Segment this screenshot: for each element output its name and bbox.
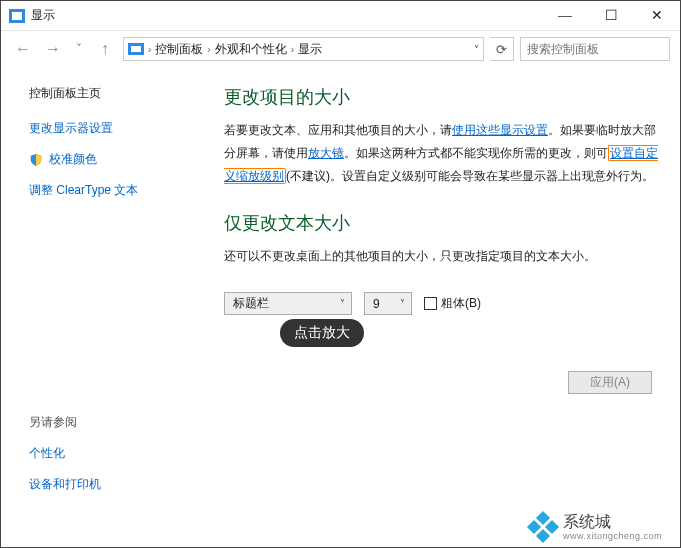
- up-button[interactable]: ↑: [93, 37, 117, 61]
- minimize-button[interactable]: —: [542, 1, 588, 31]
- window-title: 显示: [31, 7, 55, 24]
- display-app-icon: [9, 9, 25, 23]
- maximize-button[interactable]: ☐: [588, 1, 634, 31]
- item-select-value: 标题栏: [233, 295, 269, 312]
- sidebar-link-display-settings[interactable]: 更改显示器设置: [29, 120, 196, 137]
- chevron-right-icon: ›: [148, 44, 151, 55]
- tooltip-click-enlarge: 点击放大: [280, 319, 364, 347]
- content-area: 控制面板主页 更改显示器设置 校准颜色 调整 ClearType 文本 另请参阅…: [1, 67, 680, 517]
- sidebar-home[interactable]: 控制面板主页: [29, 85, 196, 102]
- text-size-controls: 标题栏 ˅ 9 ˅ 粗体(B): [224, 292, 658, 315]
- title-bar: 显示 — ☐ ✕: [1, 1, 680, 31]
- checkbox-box: [424, 297, 437, 310]
- paragraph-text-only: 还可以不更改桌面上的其他项目的大小，只更改指定项目的文本大小。: [224, 245, 658, 268]
- sidebar-link-calibrate-color[interactable]: 校准颜色: [29, 151, 196, 168]
- bold-checkbox[interactable]: 粗体(B): [424, 295, 481, 312]
- forward-button[interactable]: →: [41, 37, 65, 61]
- close-button[interactable]: ✕: [634, 1, 680, 31]
- recent-dropdown[interactable]: ˅: [71, 37, 87, 61]
- heading-change-size: 更改项目的大小: [224, 85, 658, 109]
- breadcrumb-item[interactable]: 外观和个性化: [215, 41, 287, 58]
- chevron-down-icon: ˅: [340, 298, 345, 309]
- fontsize-select[interactable]: 9 ˅: [364, 292, 412, 315]
- breadcrumb-item[interactable]: 控制面板: [155, 41, 203, 58]
- fontsize-value: 9: [373, 297, 380, 311]
- item-select[interactable]: 标题栏 ˅: [224, 292, 352, 315]
- sidebar: 控制面板主页 更改显示器设置 校准颜色 调整 ClearType 文本 另请参阅…: [1, 67, 216, 517]
- watermark: 系统城 www.xitongcheng.com: [529, 512, 662, 541]
- paragraph-change-size: 若要更改文本、应用和其他项目的大小，请使用这些显示设置。如果要临时放大部分屏幕，…: [224, 119, 658, 187]
- nav-bar: ← → ˅ ↑ › 控制面板 › 外观和个性化 › 显示 ˅ ⟳: [1, 31, 680, 67]
- link-magnifier[interactable]: 放大镜: [308, 146, 344, 160]
- link-display-settings[interactable]: 使用这些显示设置: [452, 123, 548, 137]
- refresh-button[interactable]: ⟳: [490, 37, 514, 61]
- apply-button[interactable]: 应用(A): [568, 371, 652, 394]
- heading-text-only: 仅更改文本大小: [224, 211, 658, 235]
- chevron-right-icon: ›: [291, 44, 294, 55]
- see-also-devices-printers[interactable]: 设备和打印机: [29, 476, 196, 493]
- chevron-down-icon: ˅: [400, 298, 405, 309]
- see-also-header: 另请参阅: [29, 414, 196, 431]
- search-box[interactable]: [520, 37, 670, 61]
- address-dropdown-icon[interactable]: ˅: [474, 44, 479, 55]
- see-also-personalization[interactable]: 个性化: [29, 445, 196, 462]
- display-icon: [128, 43, 144, 55]
- window-controls: — ☐ ✕: [542, 1, 680, 31]
- chevron-right-icon: ›: [207, 44, 210, 55]
- breadcrumb-item[interactable]: 显示: [298, 41, 322, 58]
- main-panel: 更改项目的大小 若要更改文本、应用和其他项目的大小，请使用这些显示设置。如果要临…: [216, 67, 680, 517]
- search-input[interactable]: [527, 42, 663, 56]
- watermark-logo-icon: [529, 513, 557, 541]
- shield-icon: [29, 153, 43, 167]
- watermark-url: www.xitongcheng.com: [563, 531, 662, 541]
- watermark-brand: 系统城: [563, 513, 611, 530]
- back-button[interactable]: ←: [11, 37, 35, 61]
- address-bar[interactable]: › 控制面板 › 外观和个性化 › 显示 ˅: [123, 37, 484, 61]
- bold-label: 粗体(B): [441, 295, 481, 312]
- sidebar-link-cleartype[interactable]: 调整 ClearType 文本: [29, 182, 196, 199]
